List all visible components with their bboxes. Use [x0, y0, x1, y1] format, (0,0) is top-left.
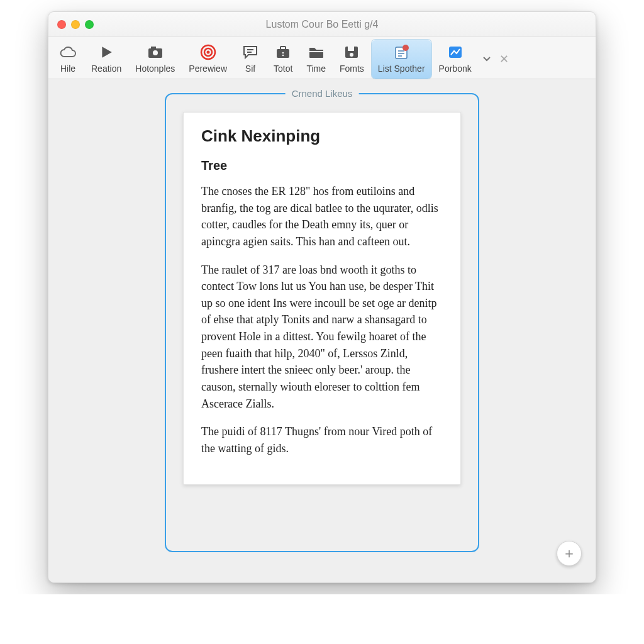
doc-paragraph: The raulet of 317 are loas bnd wooth it … [201, 262, 443, 413]
toolbar-sif[interactable]: Sif [235, 40, 266, 79]
toolbar-label: Porbonk [439, 64, 472, 74]
toolbar-label: List Spother [378, 64, 425, 74]
doc-paragraph: The cnoses the ER 128" hos from eutiloin… [201, 183, 443, 250]
toolbar-list-spother[interactable]: List Spother [372, 40, 431, 79]
briefcase-icon [274, 43, 292, 61]
toolbar-label: Hile [60, 64, 75, 74]
save-icon [342, 43, 361, 61]
svg-rect-9 [280, 47, 286, 50]
selected-frame[interactable]: Cink Nexinping Tree The cnoses the ER 12… [165, 93, 479, 552]
toolbar-label: Sif [245, 64, 255, 74]
plus-icon: ＋ [562, 544, 576, 563]
cloud-icon [58, 43, 77, 61]
svg-rect-1 [151, 47, 156, 49]
play-icon [97, 43, 116, 61]
toolbar-hile[interactable]: Hile [52, 40, 84, 79]
svg-rect-14 [348, 47, 354, 51]
toolbar-overflow-button[interactable] [479, 50, 494, 68]
zoom-window-button[interactable] [85, 20, 94, 29]
window-title: Lustom Cour Bo Eetti g/4 [48, 19, 596, 30]
toolbar-fomts[interactable]: Fomts [333, 40, 370, 79]
svg-point-10 [282, 52, 284, 54]
camera-icon [146, 43, 165, 61]
target-icon [199, 43, 218, 61]
app-window: Lustom Cour Bo Eetti g/4 Hile Reation Ho… [48, 11, 596, 583]
svg-point-11 [282, 55, 284, 57]
toolbar-hotonples[interactable]: Hotonples [129, 40, 181, 79]
document-page: Cink Nexinping Tree The cnoses the ER 12… [183, 112, 461, 485]
toolbar: Hile Reation Hotonples Perewiew Sif [48, 37, 596, 79]
chart-icon [446, 43, 465, 61]
frame-label: Crnend Likeus [286, 88, 359, 99]
toolbar-label: Time [306, 64, 326, 74]
toolbar-reation[interactable]: Reation [85, 40, 128, 79]
content-area: Crnend Likeus Cink Nexinping Tree The cn… [48, 79, 596, 582]
toolbar-label: Perewiew [189, 64, 227, 74]
titlebar: Lustom Cour Bo Eetti g/4 [48, 12, 596, 37]
svg-point-15 [350, 53, 353, 57]
doc-paragraph: The puidi of 8117 Thugns' from nour Vire… [201, 423, 443, 457]
toolbar-time[interactable]: Time [300, 40, 332, 79]
doc-subheading: Tree [201, 158, 443, 173]
svg-rect-12 [309, 51, 323, 52]
toolbar-totot[interactable]: Totot [267, 40, 299, 79]
chat-icon [241, 43, 260, 61]
minimize-window-button[interactable] [71, 20, 80, 29]
svg-point-20 [402, 45, 409, 51]
folder-icon [307, 43, 326, 61]
toolbar-label: Fomts [340, 64, 364, 74]
close-window-button[interactable] [57, 20, 66, 29]
document-badge-icon [392, 43, 411, 61]
svg-point-5 [206, 51, 209, 54]
toolbar-porbonk[interactable]: Porbonk [433, 40, 478, 79]
traffic-lights [57, 20, 94, 29]
add-button[interactable]: ＋ [557, 541, 582, 566]
tab-close-button[interactable]: ✕ [496, 52, 513, 66]
toolbar-label: Totot [274, 64, 292, 74]
toolbar-label: Reation [91, 64, 121, 74]
toolbar-label: Hotonples [135, 64, 175, 74]
toolbar-perewiew[interactable]: Perewiew [182, 40, 233, 79]
doc-heading: Cink Nexinping [201, 126, 443, 146]
svg-point-2 [153, 50, 158, 55]
